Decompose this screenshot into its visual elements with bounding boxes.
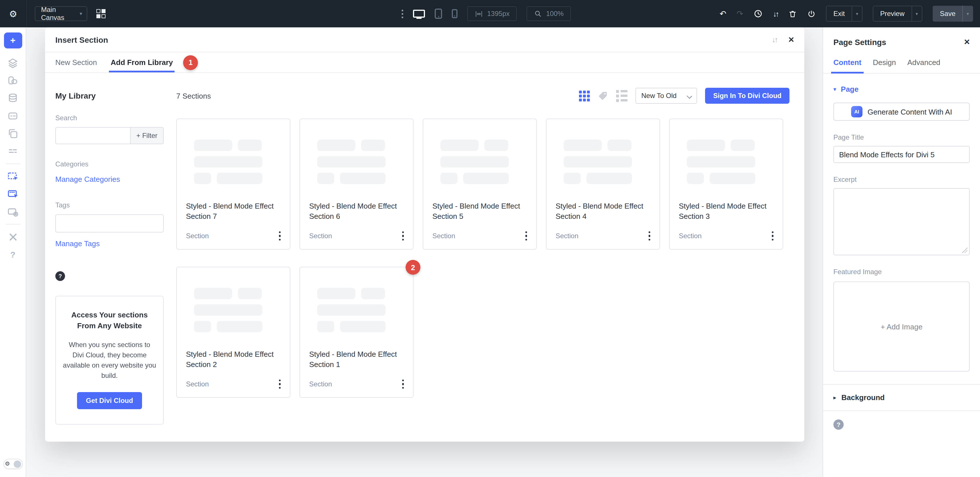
manage-tags-link[interactable]: Manage Tags xyxy=(55,239,100,248)
skeleton-block xyxy=(194,173,211,184)
skeleton-block xyxy=(238,139,262,151)
skeleton-block xyxy=(586,173,632,184)
background-group-toggle[interactable]: ▸ Background xyxy=(834,385,970,410)
copy-pages-icon[interactable] xyxy=(7,125,19,143)
interaction-select-icon[interactable] xyxy=(6,168,19,185)
page-title-input[interactable] xyxy=(834,146,970,163)
canvas-width-field[interactable]: 1395px xyxy=(467,6,517,21)
history-icon[interactable] xyxy=(754,9,763,18)
section-card[interactable]: 2 Styled - Blend Mode Effect Section 1 S… xyxy=(299,267,414,398)
categories-label: Categories xyxy=(55,160,164,168)
card-options-kebab-icon[interactable] xyxy=(769,230,776,242)
section-card[interactable]: Styled - Blend Mode Effect Section 3 Sec… xyxy=(669,119,783,250)
tag-view-icon[interactable] xyxy=(598,90,608,101)
add-image-button[interactable]: + Add Image xyxy=(881,322,923,331)
save-button[interactable]: Save ▾ xyxy=(932,6,973,22)
skeleton-block xyxy=(463,173,509,184)
page-group-toggle[interactable]: ▾ Page xyxy=(834,85,970,93)
trash-icon[interactable] xyxy=(788,10,797,18)
tab-add-from-library[interactable]: Add From Library xyxy=(111,58,173,67)
excerpt-textarea[interactable] xyxy=(834,188,970,255)
filter-button[interactable]: + Filter xyxy=(130,127,164,144)
preview-dropdown-caret-icon[interactable]: ▾ xyxy=(912,11,921,16)
tab-advanced[interactable]: Advanced xyxy=(907,58,940,67)
zoom-level-value: 100% xyxy=(546,10,563,17)
save-library-icon[interactable] xyxy=(6,203,19,220)
section-card[interactable]: Styled - Blend Mode Effect Section 2 Sec… xyxy=(176,267,290,398)
generate-content-ai-button[interactable]: AI Generate Content With AI xyxy=(834,103,970,121)
list-settings-icon[interactable] xyxy=(7,143,19,160)
builder-settings-gear-icon[interactable]: ⚙ xyxy=(0,8,26,19)
phone-view-icon[interactable] xyxy=(452,9,458,18)
layout-grid-icon[interactable] xyxy=(96,9,105,18)
presets-icon[interactable] xyxy=(7,72,19,89)
section-card[interactable]: Styled - Blend Mode Effect Section 4 Sec… xyxy=(546,119,660,250)
exit-button-label: Exit xyxy=(827,10,852,17)
search-input[interactable] xyxy=(55,127,130,144)
exit-button[interactable]: Exit ▾ xyxy=(826,6,862,22)
undo-icon[interactable]: ↶ xyxy=(720,10,726,17)
card-options-kebab-icon[interactable] xyxy=(523,230,529,242)
list-view-icon[interactable] xyxy=(616,90,627,102)
card-thumbnail-skeleton xyxy=(194,139,281,184)
section-card-title: Styled - Blend Mode Effect Section 4 xyxy=(555,201,650,222)
skeleton-block xyxy=(194,304,262,316)
field-card-icon[interactable] xyxy=(7,107,19,125)
import-export-icon[interactable]: ↓↑ xyxy=(773,10,778,17)
portability-power-icon[interactable] xyxy=(807,10,816,18)
exit-dropdown-caret-icon[interactable]: ▾ xyxy=(852,11,862,16)
skeleton-block xyxy=(361,288,385,299)
panel-help-icon[interactable]: ? xyxy=(834,420,844,430)
manage-categories-link[interactable]: Manage Categories xyxy=(55,175,120,184)
card-options-kebab-icon[interactable] xyxy=(276,230,283,242)
more-options-icon[interactable] xyxy=(402,10,403,18)
zoom-level-field[interactable]: 100% xyxy=(527,6,571,21)
preview-button[interactable]: Preview ▾ xyxy=(873,6,922,22)
panel-close-icon[interactable]: × xyxy=(964,37,970,47)
sort-arrows-icon[interactable]: ↓↑ xyxy=(772,35,777,44)
skeleton-block xyxy=(731,139,755,151)
sections-grid-area: 7 Sections New To Old xyxy=(164,73,804,442)
canvas-selector-dropdown[interactable]: Main Canvas ▾ xyxy=(35,6,87,21)
get-divi-cloud-button[interactable]: Get Divi Cloud xyxy=(77,392,142,409)
resize-handle[interactable] xyxy=(962,247,967,253)
card-options-kebab-icon[interactable] xyxy=(646,230,652,242)
help-icon[interactable]: ? xyxy=(10,246,15,263)
skeleton-block xyxy=(317,173,334,184)
card-options-kebab-icon[interactable] xyxy=(276,378,283,390)
sort-order-select[interactable]: New To Old xyxy=(635,88,697,104)
card-options-kebab-icon[interactable] xyxy=(399,230,406,242)
modal-close-icon[interactable]: × xyxy=(788,35,794,44)
grid-view-icon[interactable] xyxy=(579,90,590,101)
tags-label: Tags xyxy=(55,201,164,209)
tags-input[interactable] xyxy=(55,214,164,233)
canvas-selector-label: Main Canvas xyxy=(35,6,80,22)
section-card[interactable]: Styled - Blend Mode Effect Section 7 Sec… xyxy=(176,119,290,250)
tools-icon[interactable] xyxy=(7,228,19,246)
section-card[interactable]: Styled - Blend Mode Effect Section 6 Sec… xyxy=(299,119,414,250)
tab-new-section[interactable]: New Section xyxy=(55,58,97,67)
desktop-view-icon[interactable] xyxy=(413,10,425,17)
step-badge-1: 1 xyxy=(183,55,198,70)
modal-body: My Library Search + Filter Categories Ma… xyxy=(45,73,804,442)
tab-design[interactable]: Design xyxy=(873,58,896,67)
modal-header: Insert Section ↓↑ × xyxy=(45,27,804,52)
save-dropdown-caret-icon[interactable]: ▾ xyxy=(963,11,973,16)
interaction-menu-icon[interactable] xyxy=(6,185,19,203)
add-element-button[interactable]: + xyxy=(4,32,22,48)
chevron-down-icon: ▾ xyxy=(80,11,82,16)
featured-image-dropzone[interactable]: + Add Image xyxy=(834,282,970,372)
tablet-view-icon[interactable] xyxy=(435,8,442,19)
redo-icon[interactable]: ↷ xyxy=(737,10,743,17)
sign-in-divi-cloud-button[interactable]: Sign In To Divi Cloud xyxy=(705,88,789,104)
tab-content[interactable]: Content xyxy=(834,58,861,67)
library-help-icon[interactable]: ? xyxy=(55,271,65,281)
layers-icon[interactable] xyxy=(7,54,19,72)
skeleton-block xyxy=(687,156,755,168)
database-icon[interactable] xyxy=(7,89,19,107)
card-options-kebab-icon[interactable] xyxy=(399,378,406,390)
settings-toggle[interactable]: ⚙ xyxy=(3,459,22,469)
triangle-down-icon: ▾ xyxy=(834,86,836,92)
skeleton-block xyxy=(317,321,334,332)
section-card[interactable]: Styled - Blend Mode Effect Section 5 Sec… xyxy=(423,119,537,250)
